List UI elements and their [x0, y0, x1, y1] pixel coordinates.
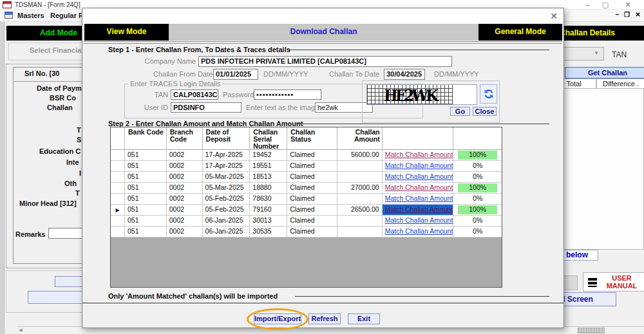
cell-bank-code: 051	[125, 183, 167, 193]
captcha-grid-pattern: HE2WK	[367, 85, 453, 104]
match-challan-amount-link[interactable]: Match Challan Amount	[385, 172, 453, 180]
go-button[interactable]: Go	[450, 107, 470, 116]
row-selector-cell	[111, 205, 125, 215]
menu-masters[interactable]: Masters	[17, 12, 44, 19]
mdi-restore-button[interactable]: ❐	[623, 11, 631, 18]
user-id-label: User ID	[142, 104, 168, 111]
cell-match-link: Match Challan Amount	[383, 183, 454, 193]
cell-match-link: Match Challan Amount	[383, 172, 454, 182]
row-selector-cell	[111, 216, 125, 226]
tan-input[interactable]: CALP08143C	[171, 89, 218, 100]
match-challan-amount-link[interactable]: Match Challan Amount	[385, 216, 453, 224]
table-row[interactable]: 051 0002 05-Mar-2025 18880 Claimed 27000…	[111, 183, 502, 194]
cell-challan-serial: 18880	[250, 183, 287, 193]
window-maximize-button[interactable]: ▢	[601, 1, 610, 9]
captcha-close-button[interactable]: Close	[473, 107, 497, 116]
cell-challan-amount[interactable]	[337, 172, 383, 182]
match-percent-value: 0%	[458, 216, 497, 225]
cell-match-percent: 0%	[453, 172, 502, 182]
table-row[interactable]: 051 0002 06-Jan-2025 30013 Claimed Match…	[111, 216, 502, 227]
cell-date-of-deposit: 05-Feb-2025	[203, 205, 251, 215]
field-label-bsr-code: BSR Co	[50, 94, 76, 102]
cell-date-of-deposit: 17-Apr-2025	[203, 150, 251, 160]
cell-challan-serial: 79160	[250, 205, 287, 215]
header-percent	[453, 127, 502, 149]
chevron-down-icon: ▼	[594, 50, 599, 56]
cell-challan-amount[interactable]	[337, 194, 383, 204]
header-branch-code: Branch Code	[167, 127, 203, 149]
user-id-input[interactable]: PDSINFO	[171, 102, 242, 113]
match-percent-value: 0%	[458, 227, 497, 236]
match-challan-amount-link[interactable]: Match Challan Amount	[385, 227, 453, 235]
tab-view-mode[interactable]: View Mode	[84, 24, 169, 41]
scrollbar-left-arrow-icon[interactable]: ◀	[17, 328, 24, 333]
mdi-child-icon	[5, 12, 13, 19]
tab-download-challan[interactable]: Download Challan	[169, 24, 478, 41]
captcha-refresh-button[interactable]	[480, 84, 497, 104]
table-row[interactable]: 051 0002 05-Feb-2025 78630 Claimed Match…	[111, 194, 502, 205]
step1-heading: Step 1 - Enter Challan From, To Dates & …	[108, 46, 290, 53]
window-close-button[interactable]: ✕	[623, 1, 632, 9]
cell-match-link: Match Challan Amount	[383, 216, 454, 226]
match-challan-amount-link[interactable]: Match Challan Amount	[385, 183, 453, 191]
cell-bank-code: 051	[125, 205, 167, 215]
table-row[interactable]: 051 0002 17-Apr-2025 19551 Claimed Match…	[111, 161, 502, 172]
get-challan-button[interactable]: Get Challan	[565, 67, 644, 79]
match-challan-amount-link[interactable]: Match Challan Amount	[385, 194, 453, 202]
mdi-close-button[interactable]: ✕	[634, 11, 642, 18]
password-input[interactable]: ••••••••••••	[254, 89, 321, 100]
company-name-input[interactable]: PDS INFOTECH PRIVATE LIMITED [CALP08143C…	[198, 56, 452, 67]
window-title: TDSMAN - [Form 24Q]	[15, 1, 80, 8]
tan-label: TAN	[144, 91, 168, 98]
challan-from-date-label: Challan From Date	[153, 70, 210, 78]
cell-challan-serial: 19452	[250, 150, 287, 160]
cell-challan-amount[interactable]: 26500.00	[337, 205, 383, 215]
cell-match-percent: 0%	[453, 194, 502, 204]
tab-general-mode[interactable]: General Mode	[478, 24, 562, 41]
download-challan-dialog: ✕ View Mode Download Challan General Mod…	[82, 8, 564, 328]
match-percent-value: 0%	[458, 162, 497, 171]
table-row[interactable]: 051 0002 17-Apr-2025 19452 Claimed 56000…	[111, 150, 502, 161]
below-link[interactable]: below	[560, 250, 598, 261]
cell-challan-status: Claimed	[287, 161, 337, 171]
cell-date-of-deposit: 05-Mar-2025	[203, 183, 251, 193]
cell-match-link: Match Challan Amount	[383, 227, 454, 237]
challan-to-date-input[interactable]: 30/04/2025	[384, 69, 425, 80]
scrollbar-thumb[interactable]	[578, 328, 605, 333]
cell-challan-amount[interactable]: 27000.00	[337, 183, 383, 193]
table-row[interactable]: 051 0002 06-Jan-2025 30535 Claimed Match…	[111, 227, 502, 237]
divider	[82, 302, 564, 304]
tab-challan-details[interactable]: Challan Details	[555, 26, 644, 41]
dialog-exit-button[interactable]: Exit	[348, 313, 380, 324]
match-percent-value: 0%	[458, 194, 497, 203]
cell-challan-status: Claimed	[287, 205, 337, 215]
import-export-button[interactable]: Import/Export	[254, 313, 301, 324]
minor-head-label: Minor Head [312]	[19, 199, 77, 207]
challan-from-date-input[interactable]: 01/01/2025	[213, 69, 258, 80]
cell-challan-amount[interactable]	[337, 227, 383, 237]
field-label-others: Oth	[64, 180, 77, 187]
table-row[interactable]: 051 0002 05-Feb-2025 79160 Claimed 26500…	[111, 205, 502, 216]
mdi-minimize-button[interactable]: –	[613, 11, 621, 18]
user-manual-button[interactable]: USER MANUAL	[583, 272, 644, 292]
tan-column-label: TAN	[612, 50, 627, 59]
captcha-entry-label: Enter text as the image	[246, 104, 319, 111]
match-challan-amount-link[interactable]: Match Challan Amount	[385, 162, 453, 169]
table-row[interactable]: 051 0002 05-Mar-2025 18513 Claimed Match…	[111, 172, 502, 183]
window-minimize-button[interactable]: –	[583, 1, 592, 8]
password-label: Password	[223, 91, 254, 98]
cell-match-percent: 100%	[453, 183, 502, 193]
match-challan-amount-link[interactable]: Match Challan Amount	[385, 151, 453, 158]
cell-challan-amount[interactable]	[337, 161, 383, 171]
match-challan-amount-link[interactable]: Match Challan Amount	[385, 205, 453, 213]
difference-column-header: Difference .	[596, 79, 644, 89]
field-label-total: T	[75, 189, 80, 197]
refresh-button[interactable]: Refresh	[308, 313, 341, 324]
manual-book-icon	[586, 274, 599, 290]
match-percent-value: 0%	[458, 172, 497, 181]
cell-challan-amount[interactable]: 56000.00	[337, 150, 383, 160]
dialog-close-icon[interactable]: ✕	[550, 11, 558, 21]
cell-match-link: Match Challan Amount	[383, 205, 454, 215]
cell-challan-amount[interactable]	[337, 216, 383, 226]
remarks-label: Remarks	[15, 230, 45, 238]
